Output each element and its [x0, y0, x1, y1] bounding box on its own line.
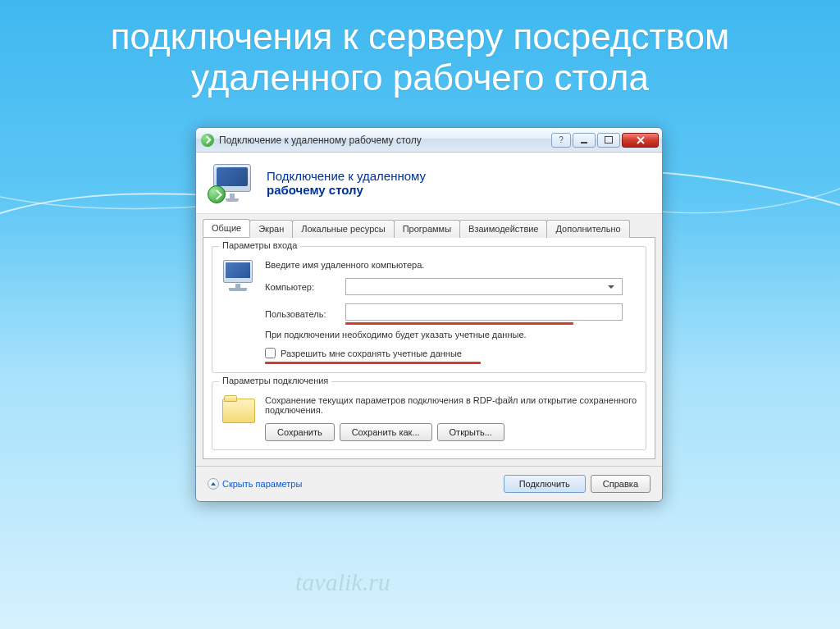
- computer-label: Компьютер:: [265, 282, 339, 292]
- tab-local-resources[interactable]: Локальные ресурсы: [292, 220, 394, 238]
- rdp-large-icon: [209, 164, 255, 202]
- save-button[interactable]: Сохранить: [265, 423, 335, 441]
- help-button[interactable]: ?: [551, 133, 571, 148]
- connection-desc: Сохранение текущих параметров подключени…: [265, 395, 637, 415]
- header-line1: Подключение к удаленному: [267, 169, 426, 183]
- computer-icon: [221, 260, 255, 294]
- save-as-button[interactable]: Сохранить как...: [340, 423, 432, 441]
- user-label: Пользователь:: [265, 309, 339, 319]
- hide-params-label: Скрыть параметры: [222, 479, 302, 489]
- save-credentials-checkbox[interactable]: [265, 348, 276, 358]
- user-input[interactable]: [345, 303, 623, 321]
- tab-general[interactable]: Общие: [203, 219, 250, 237]
- connection-group-legend: Параметры подключения: [219, 376, 331, 385]
- window-title: Подключение к удаленному рабочему столу: [219, 134, 551, 146]
- dialog-footer: Скрыть параметры Подключить Справка: [196, 466, 662, 501]
- computer-input[interactable]: [345, 278, 623, 295]
- rdp-app-icon: [201, 134, 214, 147]
- tab-advanced[interactable]: Дополнительно: [546, 220, 629, 238]
- watermark: tavalik.ru: [295, 568, 390, 596]
- header-band: Подключение к удаленному рабочему столу: [196, 153, 662, 214]
- collapse-icon: [208, 478, 219, 490]
- open-button[interactable]: Открыть...: [437, 423, 504, 441]
- header-line2: рабочему столу: [267, 183, 426, 197]
- login-group: Параметры входа Введите имя удаленного к…: [212, 246, 646, 373]
- login-instruction: Введите имя удаленного компьютера.: [265, 260, 637, 270]
- tab-panel-general: Параметры входа Введите имя удаленного к…: [203, 237, 655, 459]
- tab-experience[interactable]: Взаимодействие: [459, 220, 547, 238]
- rdp-dialog-window: Подключение к удаленному рабочему столу …: [195, 127, 663, 502]
- close-button[interactable]: [622, 133, 659, 148]
- titlebar[interactable]: Подключение к удаленному рабочему столу …: [196, 128, 662, 153]
- folder-icon: [221, 395, 255, 425]
- save-credentials-label: Разрешить мне сохранять учетные данные: [281, 349, 462, 358]
- credentials-hint: При подключении необходимо будет указать…: [265, 330, 637, 340]
- annotation-underline: [265, 362, 481, 364]
- connection-group: Параметры подключения Сохранение текущих…: [212, 381, 646, 450]
- help-footer-button[interactable]: Справка: [591, 475, 651, 493]
- maximize-button[interactable]: [597, 133, 620, 148]
- connect-button[interactable]: Подключить: [504, 475, 586, 493]
- minimize-button[interactable]: [573, 133, 596, 148]
- tab-strip: Общие Экран Локальные ресурсы Программы …: [203, 219, 655, 237]
- dropdown-caret-icon[interactable]: [608, 285, 614, 289]
- slide-title: подключения к серверу посредством удален…: [0, 0, 840, 107]
- hide-params-link[interactable]: Скрыть параметры: [208, 478, 302, 490]
- tab-programs[interactable]: Программы: [394, 220, 460, 238]
- annotation-underline: [345, 322, 573, 325]
- login-group-legend: Параметры входа: [219, 240, 300, 250]
- tab-display[interactable]: Экран: [249, 220, 293, 238]
